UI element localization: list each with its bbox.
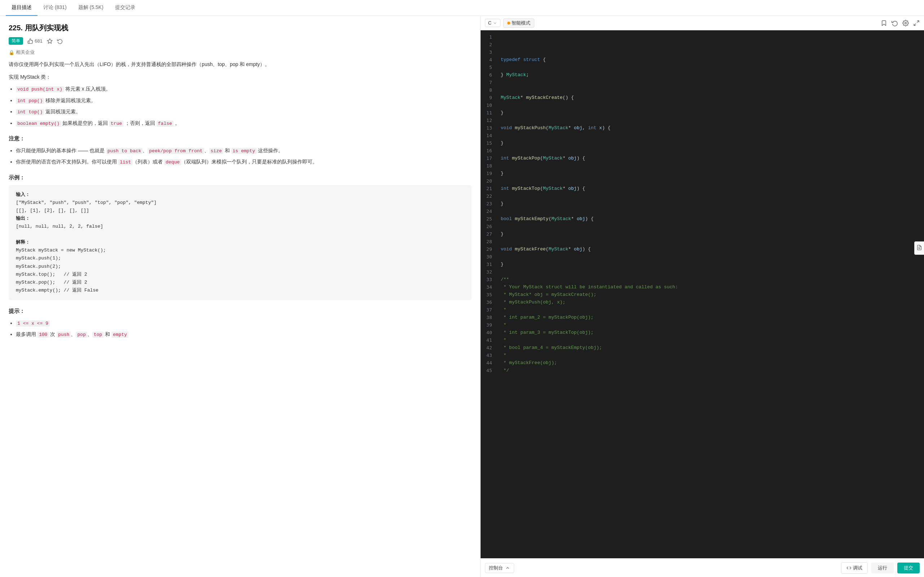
difficulty-badge: 简单 xyxy=(9,37,23,45)
code-line xyxy=(501,192,920,200)
code-line: void myStackPush(MyStack* obj, int x) { xyxy=(501,124,920,132)
code-line xyxy=(501,116,920,124)
smart-mode-dot xyxy=(507,22,510,24)
code-line: * xyxy=(501,351,920,359)
debug-icon xyxy=(847,566,852,571)
code-line: } xyxy=(501,139,920,147)
example-content: 输入： ["MyStack", "push", "push", "top", "… xyxy=(16,191,464,295)
svg-line-3 xyxy=(914,23,916,25)
code-line: * myStackFree(obj); xyxy=(501,359,920,367)
list-item: int pop() 移除并返回栈顶元素。 xyxy=(16,96,472,105)
code-line xyxy=(501,162,920,169)
code-line xyxy=(501,238,920,245)
hint-title: 提示： xyxy=(9,306,472,316)
run-button[interactable]: 运行 xyxy=(871,562,894,574)
list-item: 你只能使用队列的基本操作 —— 也就是 push to back、peek/po… xyxy=(16,146,472,155)
code-line: * xyxy=(501,336,920,344)
problem-title: 225. 用队列实现栈 xyxy=(9,23,472,33)
code-line: void myStackFree(MyStack* obj) { xyxy=(501,245,920,253)
code-line: } xyxy=(501,230,920,238)
code-line xyxy=(501,208,920,215)
code-line xyxy=(501,177,920,185)
note-title: 注意： xyxy=(9,134,472,143)
list-item: 1 <= x <= 9 xyxy=(16,319,472,328)
star-icon[interactable] xyxy=(47,38,53,44)
implement-label: 实现 MyStack 类： xyxy=(9,73,472,82)
code-line xyxy=(501,63,920,71)
code-content[interactable]: typedef struct { } MyStack; MyStack* myS… xyxy=(496,30,924,558)
code-line: * xyxy=(501,321,920,329)
settings-icon[interactable] xyxy=(902,20,909,26)
code-line: * xyxy=(501,306,920,314)
code-line xyxy=(501,102,920,109)
tab-discussion[interactable]: 讨论 (831) xyxy=(37,0,72,16)
editor-toolbar: C 智能模式 xyxy=(481,16,924,30)
code-line xyxy=(501,268,920,276)
code-line: int myStackTop(MyStack* obj) { xyxy=(501,185,920,192)
code-line: * myStackPush(obj, x); xyxy=(501,298,920,306)
left-panel: 225. 用队列实现栈 简单 681 🔒 相关企业 xyxy=(0,16,481,577)
refresh-icon[interactable] xyxy=(57,38,63,44)
code-line: * MyStack* obj = myStackCreate(); xyxy=(501,291,920,298)
code-line: /** xyxy=(501,276,920,283)
fullscreen-icon[interactable] xyxy=(913,20,920,26)
smart-mode-label: 智能模式 xyxy=(512,20,530,26)
debug-label: 调试 xyxy=(853,565,862,571)
company-tag[interactable]: 🔒 相关企业 xyxy=(9,49,472,56)
code-line: */ xyxy=(501,367,920,374)
code-line: * Your MyStack struct will be instantiat… xyxy=(501,283,920,291)
like-count: 681 xyxy=(35,38,43,44)
reset-icon[interactable] xyxy=(892,20,898,26)
svg-line-2 xyxy=(917,21,919,23)
submit-button[interactable]: 提交 xyxy=(897,562,920,574)
svg-marker-0 xyxy=(47,39,52,43)
methods-list: void push(int x) 将元素 x 压入栈顶。 int pop() 移… xyxy=(16,84,472,128)
chevron-down-icon xyxy=(493,21,497,25)
list-item: void push(int x) 将元素 x 压入栈顶。 xyxy=(16,84,472,93)
bookmark-icon[interactable] xyxy=(881,20,887,26)
tab-solutions[interactable]: 题解 (5.5K) xyxy=(72,0,109,16)
list-item: 你所使用的语言也许不支持队列。你可以使用 list（列表）或者 deque（双端… xyxy=(16,157,472,166)
code-line: MyStack* myStackCreate() { xyxy=(501,94,920,102)
example-title: 示例： xyxy=(9,172,472,182)
chevron-up-icon xyxy=(505,566,510,571)
debug-button[interactable]: 调试 xyxy=(841,562,868,574)
editor-bottom: 控制台 调试 运行 提交 xyxy=(481,558,924,577)
notes-icon[interactable] xyxy=(914,242,924,255)
console-toggle[interactable]: 控制台 xyxy=(485,563,514,573)
description-intro: 请你仅使用两个队列实现一个后入先出（LIFO）的栈，并支持普通栈的全部四种操作（… xyxy=(9,60,472,69)
problem-description: 请你仅使用两个队列实现一个后入先出（LIFO）的栈，并支持普通栈的全部四种操作（… xyxy=(9,60,472,339)
line-numbers: 12345 678910 1112131415 1617181920 21222… xyxy=(481,30,496,558)
code-line xyxy=(501,86,920,94)
list-item: boolean empty() 如果栈是空的，返回 true ；否则，返回 fa… xyxy=(16,119,472,128)
code-line: } xyxy=(501,261,920,268)
code-line: } xyxy=(501,200,920,208)
language-selector[interactable]: C xyxy=(485,19,501,27)
code-line: * int param_3 = myStackTop(obj); xyxy=(501,329,920,336)
code-line: int myStackPop(MyStack* obj) { xyxy=(501,155,920,162)
notes-svg-icon xyxy=(916,245,922,250)
code-line: } xyxy=(501,109,920,116)
tab-description[interactable]: 题目描述 xyxy=(6,0,37,16)
top-navigation: 题目描述 讨论 (831) 题解 (5.5K) 提交记录 xyxy=(0,0,924,16)
code-line: } MyStack; xyxy=(501,71,920,79)
code-line xyxy=(501,132,920,139)
main-container: 225. 用队列实现栈 简单 681 🔒 相关企业 xyxy=(0,16,924,577)
toolbar-left: C 智能模式 xyxy=(485,18,534,28)
example-box: 输入： ["MyStack", "push", "push", "top", "… xyxy=(9,185,472,300)
code-line xyxy=(501,253,920,261)
like-icon[interactable]: 681 xyxy=(27,38,43,44)
problem-content: 225. 用队列实现栈 简单 681 🔒 相关企业 xyxy=(0,16,480,577)
code-line: typedef struct { xyxy=(501,56,920,63)
code-line xyxy=(501,48,920,56)
code-line: bool myStackEmpty(MyStack* obj) { xyxy=(501,215,920,222)
tab-submissions[interactable]: 提交记录 xyxy=(109,0,141,16)
list-item: int top() 返回栈顶元素。 xyxy=(16,107,472,116)
code-editor-area[interactable]: 12345 678910 1112131415 1617181920 21222… xyxy=(481,30,924,558)
console-label: 控制台 xyxy=(489,565,503,571)
code-line: } xyxy=(501,169,920,177)
code-line xyxy=(501,33,920,41)
notes-list: 你只能使用队列的基本操作 —— 也就是 push to back、peek/po… xyxy=(16,146,472,167)
code-line xyxy=(501,79,920,86)
smart-mode-button[interactable]: 智能模式 xyxy=(503,18,534,28)
